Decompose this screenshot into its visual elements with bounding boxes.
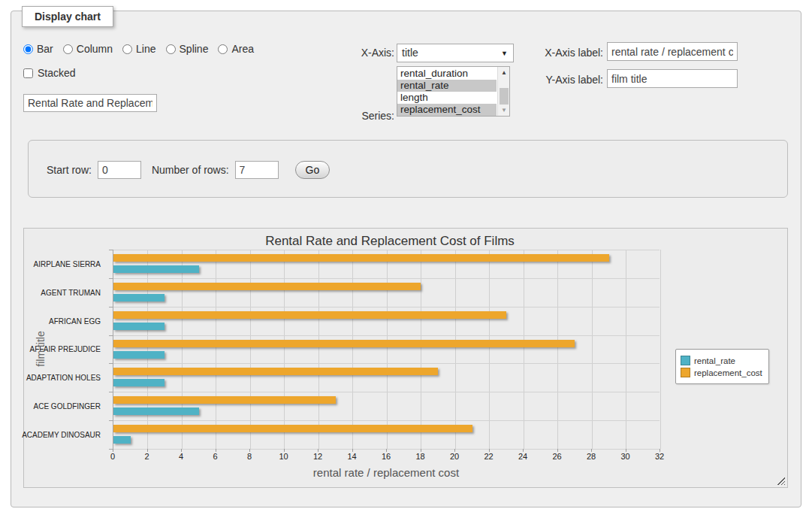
tick-label: 26 bbox=[542, 452, 572, 461]
tick-mark bbox=[109, 278, 113, 279]
radio-line[interactable]: Line bbox=[122, 43, 155, 55]
scroll-up-icon[interactable]: ▲ bbox=[498, 67, 510, 78]
tick-label: 8 bbox=[234, 452, 264, 461]
series-scrollbar[interactable]: ▲ ▼ bbox=[497, 67, 509, 116]
bar-replacement_cost[interactable] bbox=[113, 340, 575, 347]
bar-replacement_cost[interactable] bbox=[113, 311, 506, 319]
stacked-checkbox-row[interactable]: Stacked bbox=[23, 67, 76, 79]
radio-line-label: Line bbox=[136, 43, 155, 55]
bar-rental_rate[interactable] bbox=[113, 436, 131, 444]
tick-label: 10 bbox=[269, 452, 299, 461]
xaxis-select-label: X-Axis: bbox=[348, 47, 394, 59]
scroll-down-icon[interactable]: ▼ bbox=[498, 105, 510, 116]
bar-rental_rate[interactable] bbox=[113, 265, 199, 273]
category-label: AGENT TRUMAN bbox=[41, 289, 101, 297]
tick-label: 0 bbox=[98, 452, 128, 461]
xaxis-field-label: X-Axis label: bbox=[530, 47, 603, 59]
tick-label: 4 bbox=[166, 452, 196, 461]
bar-rental_rate[interactable] bbox=[113, 294, 165, 301]
gridline bbox=[250, 250, 251, 449]
scrollbar-thumb[interactable] bbox=[500, 88, 509, 105]
legend-label: replacement_cost bbox=[694, 368, 762, 377]
bar-rental_rate[interactable] bbox=[113, 379, 165, 386]
series-multiselect[interactable]: rental_durationrental_ratelengthreplacem… bbox=[397, 66, 510, 117]
legend-swatch bbox=[681, 356, 690, 365]
gridline bbox=[524, 250, 524, 449]
category-label: AIRPLANE SIERRA bbox=[34, 260, 101, 268]
tick-mark bbox=[109, 420, 113, 421]
category-label: ACADEMY DINOSAUR bbox=[22, 431, 101, 439]
series-option-rental_duration[interactable]: rental_duration bbox=[397, 68, 497, 80]
gridline bbox=[626, 250, 626, 449]
radio-area-input[interactable] bbox=[218, 44, 228, 54]
bar-replacement_cost[interactable] bbox=[113, 396, 336, 404]
bar-replacement_cost[interactable] bbox=[113, 425, 472, 432]
legend-item-replacement_cost[interactable]: replacement_cost bbox=[681, 368, 762, 377]
stacked-label: Stacked bbox=[38, 67, 76, 79]
yaxis-label-input[interactable] bbox=[607, 69, 738, 88]
bar-rental_rate[interactable] bbox=[113, 407, 199, 415]
series-option-length[interactable]: length bbox=[397, 92, 497, 104]
radio-area-label: Area bbox=[231, 43, 254, 55]
tick-label: 2 bbox=[132, 452, 162, 461]
display-chart-fieldset: Display chart Bar Column Line Spline Are… bbox=[11, 11, 801, 507]
radio-column-input[interactable] bbox=[63, 44, 73, 54]
gridline bbox=[147, 250, 148, 449]
gridline bbox=[421, 250, 421, 449]
series-option-rental_rate[interactable]: rental_rate bbox=[397, 80, 497, 92]
chart-title-input[interactable] bbox=[23, 94, 157, 112]
tick-label: 16 bbox=[371, 452, 401, 461]
yaxis-title: film title bbox=[35, 331, 47, 366]
category-label: AFRICAN EGG bbox=[49, 317, 101, 326]
tick-label: 22 bbox=[474, 452, 504, 461]
bar-replacement_cost[interactable] bbox=[113, 254, 609, 262]
series-option-replacement_cost[interactable]: replacement_cost bbox=[397, 104, 497, 116]
radio-bar-label: Bar bbox=[37, 43, 53, 55]
tick-label: 20 bbox=[439, 452, 469, 461]
xaxis-label-input[interactable] bbox=[607, 42, 738, 61]
radio-area[interactable]: Area bbox=[218, 43, 254, 55]
bar-replacement_cost[interactable] bbox=[113, 368, 438, 375]
resize-grip-icon[interactable] bbox=[777, 477, 785, 485]
radio-bar-input[interactable] bbox=[23, 44, 33, 54]
xaxis-select[interactable]: title ▼ bbox=[397, 44, 514, 62]
radio-bar[interactable]: Bar bbox=[23, 43, 53, 55]
tick-label: 6 bbox=[201, 452, 231, 461]
tick-label: 32 bbox=[644, 452, 675, 461]
gridline bbox=[592, 250, 593, 449]
gridline bbox=[113, 392, 660, 392]
gridline bbox=[182, 250, 183, 449]
legend-swatch bbox=[681, 368, 690, 377]
gridline bbox=[318, 250, 319, 449]
fieldset-legend: Display chart bbox=[22, 6, 113, 27]
radio-spline-input[interactable] bbox=[166, 44, 176, 54]
gridline bbox=[113, 420, 660, 421]
go-button[interactable]: Go bbox=[295, 161, 331, 179]
start-row-input[interactable] bbox=[98, 161, 141, 179]
legend-item-rental_rate[interactable]: rental_rate bbox=[681, 356, 762, 365]
gridline bbox=[216, 250, 216, 449]
tick-mark bbox=[109, 307, 113, 308]
chevron-down-icon: ▼ bbox=[501, 50, 508, 57]
bar-rental_rate[interactable] bbox=[113, 323, 165, 330]
xaxis-select-value: title bbox=[402, 47, 418, 59]
legend-label: rental_rate bbox=[694, 356, 735, 365]
radio-column[interactable]: Column bbox=[63, 43, 113, 55]
bar-rental_rate[interactable] bbox=[113, 351, 165, 359]
radio-spline[interactable]: Spline bbox=[166, 43, 209, 55]
radio-line-input[interactable] bbox=[122, 44, 132, 54]
chart-container: Rental Rate and Replacement Cost of Film… bbox=[23, 228, 788, 488]
radio-spline-label: Spline bbox=[180, 43, 209, 55]
gridline bbox=[557, 250, 558, 449]
xaxis-title: rental rate / replacement cost bbox=[113, 466, 660, 479]
tick-mark bbox=[109, 363, 113, 364]
num-rows-input[interactable] bbox=[235, 161, 279, 179]
gridline bbox=[113, 307, 660, 308]
stacked-checkbox[interactable] bbox=[23, 68, 33, 78]
chart-type-radio-group: Bar Column Line Spline Area bbox=[23, 43, 254, 55]
plot-area bbox=[113, 250, 660, 449]
gridline bbox=[284, 250, 285, 449]
gridline bbox=[113, 363, 660, 364]
gridline bbox=[113, 335, 660, 336]
bar-replacement_cost[interactable] bbox=[113, 283, 421, 290]
